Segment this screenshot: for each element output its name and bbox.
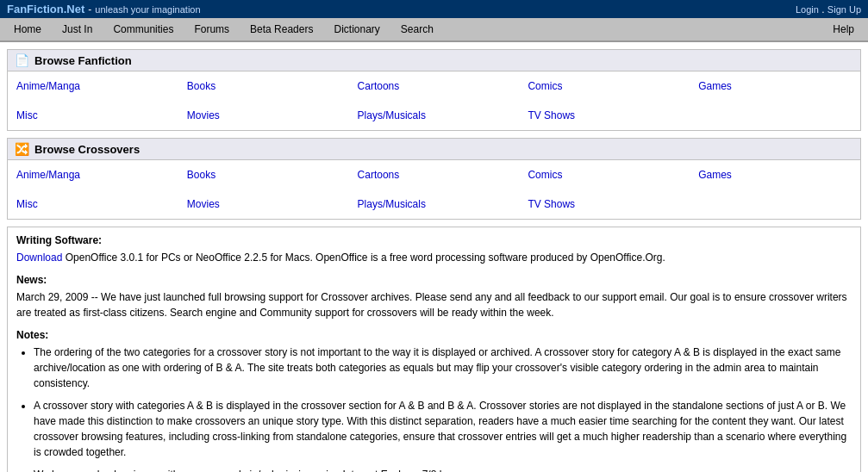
browse-crossovers-header: 🔀 Browse Crossovers	[8, 139, 860, 160]
browse-fanfiction-icon: 📄	[15, 53, 29, 67]
download-link[interactable]: Download	[16, 252, 62, 264]
cat-co-anime[interactable]: Anime/Manga	[8, 164, 178, 186]
content: 📄 Browse Fanfiction Anime/Manga Books Ca…	[0, 49, 868, 472]
top-bar-left: FanFiction.Net - unleash your imaginatio…	[7, 3, 201, 16]
cat-ff-empty	[690, 104, 860, 127]
signup-link[interactable]: Sign Up	[827, 4, 861, 15]
news-text: March 29, 2009 -- We have just launched …	[16, 289, 852, 320]
browse-fanfiction-title: Browse Fanfiction	[34, 54, 132, 67]
browse-fanfiction-header: 📄 Browse Fanfiction	[8, 50, 860, 71]
writing-software-description: OpenOffice 3.0.1 for PCs or NeoOffice 2.…	[62, 252, 665, 264]
writing-software-label: Writing Software:	[16, 234, 852, 246]
writing-software-text: Download OpenOffice 3.0.1 for PCs or Neo…	[16, 250, 852, 265]
cat-co-cartoons[interactable]: Cartoons	[349, 164, 520, 186]
nav-bar: Home Just In Communities Forums Beta Rea…	[0, 18, 868, 42]
cat-co-empty	[690, 193, 860, 215]
news-label: News:	[16, 274, 852, 286]
top-bar-separator: -	[88, 3, 91, 16]
cat-ff-anime[interactable]: Anime/Manga	[8, 75, 178, 97]
crossovers-row1: Anime/Manga Books Cartoons Comics Games	[8, 160, 860, 189]
browse-fanfiction-box: 📄 Browse Fanfiction Anime/Manga Books Ca…	[7, 49, 861, 131]
cat-ff-books[interactable]: Books	[178, 75, 349, 97]
cat-co-games[interactable]: Games	[690, 164, 860, 186]
cat-ff-plays[interactable]: Plays/Musicals	[349, 104, 520, 127]
note-item-1: The ordering of the two categories for a…	[34, 345, 852, 391]
cat-ff-games[interactable]: Games	[690, 75, 860, 97]
nav-just-in[interactable]: Just In	[52, 18, 103, 40]
cat-co-tvshows[interactable]: TV Shows	[519, 193, 690, 215]
fanfiction-row1: Anime/Manga Books Cartoons Comics Games	[8, 71, 860, 101]
top-bar-sep2: .	[821, 3, 827, 16]
cat-ff-comics[interactable]: Comics	[519, 75, 690, 97]
cat-co-movies[interactable]: Movies	[178, 193, 349, 215]
site-logo[interactable]: FanFiction.Net	[7, 3, 84, 16]
nav-dictionary[interactable]: Dictionary	[323, 18, 390, 40]
browse-crossovers-title: Browse Crossovers	[34, 143, 140, 156]
notes-label: Notes:	[16, 329, 852, 341]
site-tagline: unleash your imagination	[95, 4, 200, 15]
cat-ff-movies[interactable]: Movies	[178, 104, 349, 127]
info-area: Writing Software: Download OpenOffice 3.…	[7, 227, 861, 472]
top-bar: FanFiction.Net - unleash your imaginatio…	[0, 0, 868, 18]
cat-co-plays[interactable]: Plays/Musicals	[349, 193, 520, 215]
browse-crossovers-box: 🔀 Browse Crossovers Anime/Manga Books Ca…	[7, 138, 861, 220]
note-item-2: A crossover story with categories A & B …	[34, 398, 852, 460]
nav-forums[interactable]: Forums	[184, 18, 240, 40]
nav-communities[interactable]: Communities	[103, 18, 184, 40]
crossovers-row2: Misc Movies Plays/Musicals TV Shows	[8, 189, 860, 219]
login-link[interactable]: Login	[796, 4, 819, 15]
nav-home[interactable]: Home	[3, 18, 52, 40]
cat-co-comics[interactable]: Comics	[519, 164, 690, 186]
cat-ff-misc[interactable]: Misc	[8, 104, 178, 127]
nav-beta-readers[interactable]: Beta Readers	[240, 18, 323, 40]
notes-list: The ordering of the two categories for a…	[34, 345, 852, 472]
note-item-3: We have resolved an issue with crossover…	[34, 467, 852, 472]
nav-search[interactable]: Search	[390, 18, 444, 40]
top-bar-right: Login . Sign Up	[796, 3, 861, 16]
cat-co-books[interactable]: Books	[178, 164, 349, 186]
cat-ff-cartoons[interactable]: Cartoons	[349, 75, 520, 97]
cat-co-misc[interactable]: Misc	[8, 193, 178, 215]
cat-ff-tvshows[interactable]: TV Shows	[519, 104, 690, 127]
nav-help[interactable]: Help	[822, 18, 865, 40]
fanfiction-row2: Misc Movies Plays/Musicals TV Shows	[8, 101, 860, 130]
browse-crossovers-icon: 🔀	[15, 142, 29, 156]
